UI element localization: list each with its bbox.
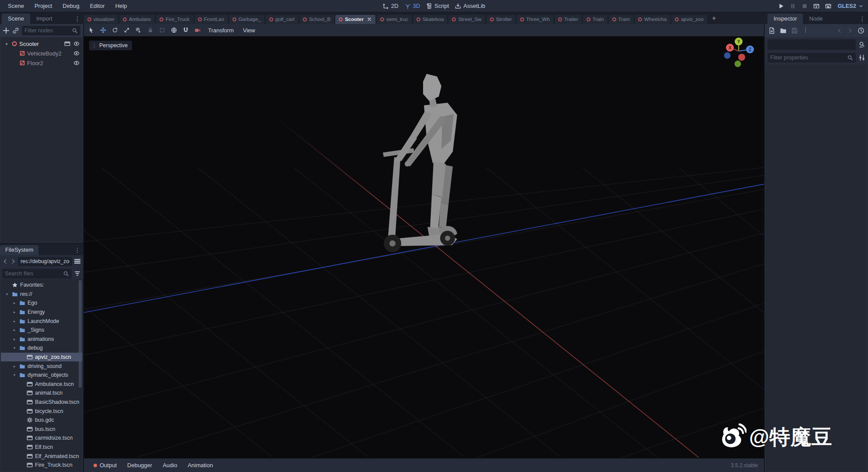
search-files-input[interactable] (5, 271, 63, 277)
filter-properties-input[interactable] (770, 55, 847, 61)
expand-arrow-icon[interactable]: ▸ (12, 337, 17, 341)
mode-3d-button[interactable]: 3D (404, 3, 420, 9)
fs-item-Ambulance.tscn[interactable]: Ambulance.tscn (1, 380, 82, 389)
scene-tab-Three_Wh[interactable]: Three_Wh (517, 15, 553, 24)
distraction-free-icon[interactable] (756, 17, 765, 24)
fs-item-animal.tscn[interactable]: animal.tscn (1, 389, 82, 398)
list-select-icon[interactable] (135, 27, 142, 33)
menu-project[interactable]: Project (30, 1, 56, 10)
expand-arrow-icon[interactable]: ▸ (12, 310, 17, 314)
filesystem-dock-tab[interactable]: FileSystem (0, 245, 38, 255)
scene-tab-apviz_zoo[interactable]: apviz_zoo (671, 15, 707, 24)
mode-script-button[interactable]: Script (426, 3, 449, 9)
add-node-icon[interactable] (3, 27, 10, 34)
scene-tab-Street_Sw[interactable]: Street_Sw (448, 15, 485, 24)
fs-item-debug[interactable]: ▾debug (1, 344, 82, 353)
fs-favorites[interactable]: Favorites: (1, 281, 82, 290)
fs-item-_Signs[interactable]: ▸_Signs (1, 326, 82, 335)
scene-tab-Tram[interactable]: Tram (609, 15, 633, 24)
fs-item-animations[interactable]: ▸animations (1, 335, 82, 344)
scene-tab-Stroller[interactable]: Stroller (486, 15, 515, 24)
edit-history-icon[interactable] (858, 27, 865, 34)
expand-arrow-icon[interactable]: ▸ (12, 328, 17, 332)
file-sort-icon[interactable] (74, 270, 81, 277)
scale-icon[interactable] (124, 27, 130, 33)
fs-item-bicycle.tscn[interactable]: bicycle.tscn (1, 406, 82, 416)
fs-item-Elf.tscn[interactable]: Elf.tscn (1, 443, 82, 452)
perspective-menu[interactable]: ⋮ Perspective (89, 41, 132, 50)
mode-2d-button[interactable]: 2D (383, 3, 399, 9)
split-mode-icon[interactable] (74, 258, 81, 265)
fs-item-apviz_zoo.tscn[interactable]: apviz_zoo.tscn (1, 353, 82, 362)
snap-icon[interactable] (183, 27, 189, 33)
fs-item-Fire_Truck.tscn[interactable]: Fire_Truck.tscn (1, 461, 82, 470)
mode-assetlib-button[interactable]: AssetLib (455, 3, 485, 9)
dock-tab-import[interactable]: Import (30, 14, 59, 24)
select-icon[interactable] (88, 27, 94, 33)
menu-help[interactable]: Help (111, 1, 132, 10)
fs-item-Elf_Animated.tscn[interactable]: Elf_Animated.tscn (1, 451, 82, 461)
scene-tab-Ambulanc[interactable]: Ambulanc (119, 15, 155, 24)
bottom-tab-debugger[interactable]: Debugger (122, 460, 157, 470)
lock-icon[interactable] (147, 27, 153, 33)
scene-tab-Fire_Truck[interactable]: Fire_Truck (156, 15, 193, 24)
fs-item-bus.tscn[interactable]: bus.tscn (1, 425, 82, 434)
visibility-toggle-icon[interactable] (73, 60, 80, 66)
fs-item-Energy[interactable]: ▸Energy (1, 308, 82, 317)
bottom-tab-audio[interactable]: Audio (157, 460, 182, 470)
filter-nodes-input[interactable] (24, 28, 72, 34)
scene-tab-visualizer[interactable]: visualizer (84, 15, 118, 24)
fs-item-res://[interactable]: ▾res:// (1, 290, 82, 299)
expand-arrow-icon[interactable]: ▸ (12, 364, 17, 368)
stop-icon[interactable] (802, 3, 808, 9)
fs-item-bus.gdc[interactable]: bus.gdc (1, 416, 82, 425)
expand-arrow-icon[interactable]: ▸ (12, 319, 17, 323)
scene-tab-golf_cart[interactable]: golf_cart (266, 15, 298, 24)
save-resource-icon[interactable] (791, 27, 798, 34)
pause-icon[interactable] (790, 3, 796, 9)
play-custom-scene-icon[interactable] (825, 3, 831, 9)
scene-node-Scooter[interactable]: ▾Scooter (1, 39, 82, 49)
visibility-toggle-icon[interactable] (73, 50, 80, 56)
dock-tab-node[interactable]: Node (803, 14, 829, 24)
menu-scene[interactable]: Scene (3, 1, 28, 10)
group-icon[interactable] (159, 27, 165, 33)
fs-item-BasicShadow.tscn[interactable]: BasicShadow.tscn (1, 398, 82, 407)
fs-item-dymanic_objects[interactable]: ▾dymanic_objects (1, 371, 82, 380)
scene-tab-Wheelcha[interactable]: Wheelcha (635, 15, 670, 24)
scene-node-VehicleBody2[interactable]: VehicleBody2 (1, 49, 82, 58)
current-path-input[interactable] (18, 257, 72, 266)
menu-debug[interactable]: Debug (58, 1, 83, 10)
collapse-arrow-icon[interactable]: ▾ (3, 42, 10, 46)
fs-item-Ego[interactable]: ▸Ego (1, 298, 82, 308)
close-tab-icon[interactable] (367, 17, 372, 22)
world-space-icon[interactable] (171, 27, 177, 33)
scene-tab-Scooter[interactable]: Scooter (335, 15, 375, 24)
viewport-menu-transform[interactable]: Transform (206, 27, 236, 34)
rotate-icon[interactable] (112, 27, 118, 33)
expand-arrow-icon[interactable]: ▾ (4, 292, 10, 296)
fs-item-driving_sound[interactable]: ▸driving_sound (1, 361, 82, 371)
dock-tab-scene[interactable]: Scene (2, 14, 30, 24)
inspector-back-icon[interactable] (837, 28, 843, 34)
play-scene-icon[interactable] (813, 3, 819, 9)
move-icon[interactable] (100, 27, 106, 33)
expand-arrow-icon[interactable]: ▸ (12, 301, 17, 305)
menu-editor[interactable]: Editor (86, 1, 109, 10)
inspector-forward-icon[interactable] (847, 28, 853, 34)
property-options-icon[interactable] (858, 54, 865, 61)
inspector-dock-menu-icon[interactable]: ⋮ (859, 15, 865, 24)
scene-tab-FrontLan[interactable]: FrontLan (194, 15, 228, 24)
scene-tab-semi_truc[interactable]: semi_truc (377, 15, 412, 24)
scene-tab-Garbage_[interactable]: Garbage_ (229, 15, 264, 24)
fs-item-carmidsize.tscn[interactable]: carmidsize.tscn (1, 434, 82, 443)
history-back-icon[interactable] (2, 258, 8, 264)
expand-arrow-icon[interactable]: ▾ (12, 373, 17, 377)
scene-dock-menu-icon[interactable]: ⋮ (74, 15, 80, 24)
new-resource-icon[interactable] (768, 27, 775, 34)
play-icon[interactable] (778, 3, 784, 9)
bottom-tab-output[interactable]: Output (88, 460, 122, 470)
resource-menu-icon[interactable]: ⋮ (802, 26, 809, 35)
dock-menu-icon[interactable]: ⋮ (74, 246, 80, 255)
scene-tab-Skateboa[interactable]: Skateboa (413, 15, 448, 24)
